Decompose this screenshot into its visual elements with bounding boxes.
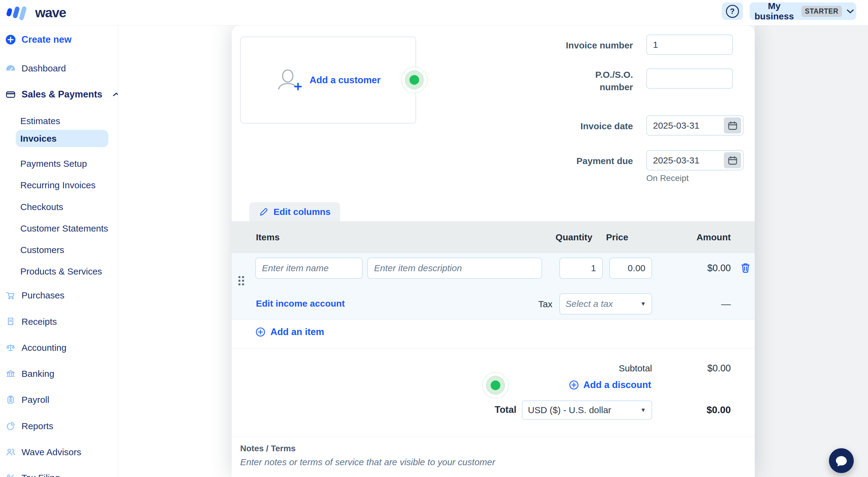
sidebar-item-reports[interactable]: Reports	[5, 418, 53, 434]
amount-column-header: Amount	[696, 221, 731, 253]
wave-logo-icon	[6, 4, 32, 22]
sidebar-item-payroll[interactable]: Payroll	[5, 392, 50, 407]
add-customer-label: Add a customer	[310, 75, 380, 86]
section-divider	[232, 436, 755, 437]
add-item-row: Add an item	[232, 319, 755, 349]
sidebar-item-customers[interactable]: Customers	[20, 242, 64, 258]
delete-row-button[interactable]	[740, 262, 751, 273]
business-selector[interactable]: My business STARTER	[750, 2, 856, 20]
topbar: wave ? My business STARTER	[0, 0, 868, 26]
quantity-input[interactable]	[559, 258, 603, 279]
notes-terms-input[interactable]: Enter notes or terms of service that are…	[240, 457, 495, 467]
chevron-up-icon	[112, 92, 118, 98]
row-amount-value: $0.00	[707, 258, 731, 279]
credit-card-icon	[5, 89, 16, 100]
price-input[interactable]	[609, 258, 652, 279]
sidebar-item-wave-advisors[interactable]: Wave Advisors	[5, 445, 81, 460]
percent-icon	[5, 473, 16, 477]
plan-badge: STARTER	[801, 6, 842, 17]
items-table-header: Items Quantity Price Amount	[232, 221, 755, 253]
tax-select[interactable]: Select a tax ▼	[559, 293, 652, 314]
id-badge-icon	[5, 395, 16, 405]
edit-columns-button[interactable]: Edit columns	[249, 202, 340, 221]
items-column-header: Items	[256, 221, 280, 253]
invoice-number-input[interactable]	[646, 34, 733, 55]
add-customer-card[interactable]: Add a customer	[240, 37, 416, 124]
receipt-icon	[5, 316, 16, 327]
table-row: $0.00 Edit income account Tax Select a t…	[232, 253, 755, 319]
sidebar-item-create-new[interactable]: Create new	[5, 32, 71, 47]
invoice-number-label: Invoice number	[566, 39, 633, 52]
add-item-button[interactable]: Add an item	[255, 327, 324, 338]
payment-due-label: Payment due	[576, 155, 633, 167]
dropdown-caret-icon: ▼	[640, 407, 646, 413]
total-value: $0.00	[707, 403, 731, 416]
sidebar-item-estimates[interactable]: Estimates	[20, 113, 60, 129]
bank-icon	[5, 369, 16, 379]
edit-income-account-link[interactable]: Edit income account	[256, 299, 345, 309]
help-icon: ?	[726, 5, 739, 18]
sidebar-item-customer-statements[interactable]: Customer Statements	[20, 221, 108, 236]
sidebar-item-sales-payments[interactable]: Sales & Payments	[5, 87, 118, 102]
plus-circle-outline-icon	[569, 380, 579, 390]
payment-terms-hint: On Receipt	[646, 173, 689, 183]
shopping-cart-icon	[5, 290, 16, 301]
po-so-number-label: P.O./S.O. number	[565, 68, 633, 93]
drag-handle-icon[interactable]	[238, 276, 244, 285]
wave-logo-text: wave	[35, 5, 66, 20]
invoice-date-input[interactable]: 2025-03-31	[646, 115, 744, 136]
sidebar-item-receipts[interactable]: Receipts	[5, 314, 57, 329]
dashboard-gauge-icon	[5, 63, 16, 73]
sidebar-item-banking[interactable]: Banking	[5, 366, 54, 381]
item-name-input[interactable]	[255, 258, 363, 279]
item-description-input[interactable]	[367, 258, 542, 279]
sidebar-item-payments-setup[interactable]: Payments Setup	[20, 156, 87, 171]
currency-select[interactable]: USD ($) - U.S. dollar ▼	[522, 401, 652, 420]
pencil-icon	[259, 207, 269, 217]
page-background	[755, 26, 868, 477]
sidebar-item-invoices[interactable]: Invoices	[16, 130, 108, 147]
chevron-down-icon	[846, 7, 855, 15]
sidebar-item-dashboard[interactable]: Dashboard	[5, 61, 66, 76]
sidebar: Create new Dashboard Sales & Payments Es…	[0, 26, 118, 477]
person-add-icon	[276, 68, 304, 92]
invoice-editor-panel: Add a customer Invoice number P.O./S.O. …	[232, 26, 755, 477]
plus-circle-outline-icon	[255, 327, 266, 337]
sidebar-item-products-services[interactable]: Products & Services	[20, 264, 102, 279]
sidebar-item-tax-filing[interactable]: Tax Filing	[5, 470, 60, 477]
calendar-icon-button[interactable]	[724, 152, 741, 168]
add-discount-button[interactable]: Add a discount	[569, 379, 651, 390]
tax-label: Tax	[538, 299, 552, 309]
quantity-column-header: Quantity	[555, 221, 592, 253]
tour-beacon[interactable]	[401, 67, 428, 93]
payment-due-input[interactable]: 2025-03-31	[646, 150, 744, 170]
sidebar-item-purchases[interactable]: Purchases	[5, 288, 64, 303]
business-name: My business	[751, 1, 797, 22]
sidebar-item-checkouts[interactable]: Checkouts	[20, 200, 63, 214]
notes-terms-label: Notes / Terms	[240, 444, 296, 453]
people-icon	[5, 447, 16, 457]
chat-bubble-icon	[834, 454, 848, 468]
calendar-icon-button[interactable]	[724, 117, 741, 134]
sidebar-item-recurring-invoices[interactable]: Recurring Invoices	[20, 178, 95, 193]
balance-scales-icon	[5, 343, 16, 353]
price-column-header: Price	[606, 221, 628, 253]
subtotal-value: $0.00	[707, 362, 731, 374]
subtotal-label: Subtotal	[619, 362, 652, 374]
wave-logo[interactable]: wave	[6, 4, 66, 22]
tour-beacon[interactable]	[482, 372, 509, 399]
dropdown-caret-icon: ▼	[640, 301, 646, 307]
sidebar-item-accounting[interactable]: Accounting	[5, 340, 66, 355]
invoice-date-label: Invoice date	[581, 120, 633, 132]
po-so-number-input[interactable]	[646, 68, 733, 89]
plus-circle-icon	[5, 34, 16, 45]
total-label: Total	[495, 403, 516, 416]
help-button[interactable]: ?	[722, 2, 743, 20]
pie-chart-icon	[5, 421, 16, 431]
chat-button[interactable]	[829, 448, 854, 473]
tax-amount-value: —	[721, 299, 731, 310]
